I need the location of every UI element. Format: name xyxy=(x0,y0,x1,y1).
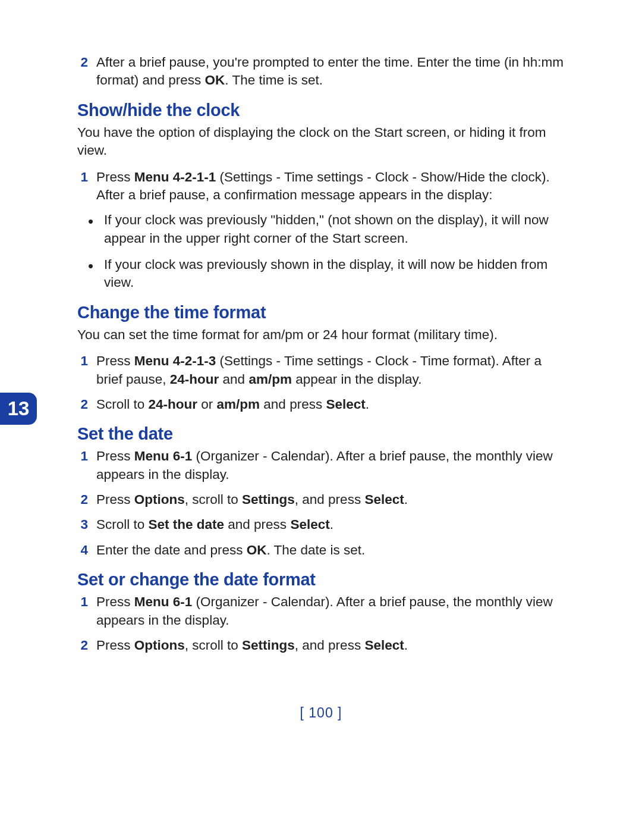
bold-run: Select xyxy=(364,638,404,653)
manual-page: 13 2 After a brief pause, you're prompte… xyxy=(0,0,642,840)
chapter-tab: 13 xyxy=(0,393,37,425)
text-run: . The time is set. xyxy=(225,73,323,87)
step-text: Press Menu 4-2-1-1 (Settings - Time sett… xyxy=(96,168,565,205)
text-run: . xyxy=(366,397,369,412)
text-run: Press xyxy=(96,353,134,368)
step-text: Press Menu 6-1 (Organizer - Calendar). A… xyxy=(96,593,565,629)
step-number: 2 xyxy=(77,396,88,413)
step-number: 2 xyxy=(77,54,88,71)
text-run: . xyxy=(330,517,333,532)
section-intro: You have the option of displaying the cl… xyxy=(77,124,565,160)
sec1-steps: 1 Press Menu 4-2-1-1 (Settings - Time se… xyxy=(77,168,565,205)
heading-change-time-format: Change the time format xyxy=(77,303,565,322)
step-item: 2 Scroll to 24-hour or am/pm and press S… xyxy=(77,396,565,413)
bold-run: Options xyxy=(134,492,185,507)
bullet-text: If your clock was previously "hidden," (… xyxy=(104,211,565,247)
text-run: Scroll to xyxy=(96,517,149,532)
text-run: Press xyxy=(96,594,134,609)
text-run: Press xyxy=(96,638,134,653)
step-number: 3 xyxy=(77,516,88,534)
step-text: After a brief pause, you're prompted to … xyxy=(96,54,565,90)
text-run: , and press xyxy=(295,638,365,653)
text-run: and press xyxy=(260,397,326,412)
text-run: . xyxy=(404,638,408,653)
bullet-item: If your clock was previously shown in th… xyxy=(77,256,565,292)
bold-run: am/pm xyxy=(217,397,260,412)
step-text: Press Menu 4-2-1-3 (Settings - Time sett… xyxy=(96,352,565,388)
text-run: and press xyxy=(224,517,290,532)
step-text: Press Options, scroll to Settings, and p… xyxy=(96,491,565,509)
bold-run: Menu 6-1 xyxy=(134,594,193,609)
step-text: Enter the date and press OK. The date is… xyxy=(96,541,565,559)
intro-steps: 2 After a brief pause, you're prompted t… xyxy=(77,54,565,90)
text-run: Press xyxy=(96,449,134,463)
heading-set-date-format: Set or change the date format xyxy=(77,570,565,590)
bold-run: OK xyxy=(205,73,225,87)
step-item: 3 Scroll to Set the date and press Selec… xyxy=(77,516,565,534)
step-item: 1 Press Menu 4-2-1-1 (Settings - Time se… xyxy=(77,168,565,205)
bold-run: Options xyxy=(134,638,185,653)
bold-run: Set the date xyxy=(149,517,225,532)
heading-set-date: Set the date xyxy=(77,424,565,444)
step-number: 2 xyxy=(77,491,88,509)
text-run: and xyxy=(219,372,248,387)
step-item: 2 Press Options, scroll to Settings, and… xyxy=(77,637,565,654)
bold-run: Menu 4-2-1-3 xyxy=(134,353,216,368)
text-run: . The date is set. xyxy=(266,543,365,557)
step-number: 1 xyxy=(77,593,88,611)
step-item: 2 After a brief pause, you're prompted t… xyxy=(77,54,565,90)
text-run: Scroll to xyxy=(96,397,149,412)
text-run: , and press xyxy=(295,492,365,507)
step-text: Press Menu 6-1 (Organizer - Calendar). A… xyxy=(96,447,565,484)
bold-run: Settings xyxy=(242,492,295,507)
step-number: 1 xyxy=(77,168,88,186)
page-number: [ 100 ] xyxy=(0,705,642,721)
step-item: 1 Press Menu 6-1 (Organizer - Calendar).… xyxy=(77,593,565,629)
step-number: 2 xyxy=(77,637,88,654)
step-number: 4 xyxy=(77,541,88,559)
step-text: Press Options, scroll to Settings, and p… xyxy=(96,637,565,654)
sec3-steps: 1 Press Menu 6-1 (Organizer - Calendar).… xyxy=(77,447,565,559)
sec2-steps: 1 Press Menu 4-2-1-3 (Settings - Time se… xyxy=(77,352,565,413)
bold-run: Settings xyxy=(242,638,295,653)
step-item: 1 Press Menu 6-1 (Organizer - Calendar).… xyxy=(77,447,565,484)
bold-run: OK xyxy=(247,543,267,557)
section-intro: You can set the time format for am/pm or… xyxy=(77,326,565,344)
step-number: 1 xyxy=(77,447,88,465)
step-text: Scroll to 24-hour or am/pm and press Sel… xyxy=(96,396,565,413)
bold-run: Select xyxy=(326,397,365,412)
text-run: appear in the display. xyxy=(292,372,421,387)
text-run: After a brief pause, you're prompted to … xyxy=(96,55,564,87)
step-item: 4 Enter the date and press OK. The date … xyxy=(77,541,565,559)
sec4-steps: 1 Press Menu 6-1 (Organizer - Calendar).… xyxy=(77,593,565,654)
step-text: Scroll to Set the date and press Select. xyxy=(96,516,565,534)
text-run: , scroll to xyxy=(185,638,242,653)
text-run: Press xyxy=(96,170,134,184)
text-run: , scroll to xyxy=(185,492,242,507)
bullet-text: If your clock was previously shown in th… xyxy=(104,256,565,292)
bold-run: Select xyxy=(290,517,329,532)
text-run: or xyxy=(197,397,217,412)
bold-run: am/pm xyxy=(248,372,292,387)
sec1-bullets: If your clock was previously "hidden," (… xyxy=(77,211,565,292)
bold-run: Menu 4-2-1-1 xyxy=(134,170,216,184)
text-run: . xyxy=(404,492,408,507)
text-run: Press xyxy=(96,492,134,507)
bold-run: Menu 6-1 xyxy=(134,449,193,463)
bullet-item: If your clock was previously "hidden," (… xyxy=(77,211,565,247)
step-item: 2 Press Options, scroll to Settings, and… xyxy=(77,491,565,509)
heading-show-hide-clock: Show/hide the clock xyxy=(77,101,565,120)
bold-run: Select xyxy=(364,492,404,507)
text-run: Enter the date and press xyxy=(96,543,247,557)
step-number: 1 xyxy=(77,352,88,370)
bold-run: 24-hour xyxy=(170,372,219,387)
step-item: 1 Press Menu 4-2-1-3 (Settings - Time se… xyxy=(77,352,565,388)
bold-run: 24-hour xyxy=(149,397,198,412)
